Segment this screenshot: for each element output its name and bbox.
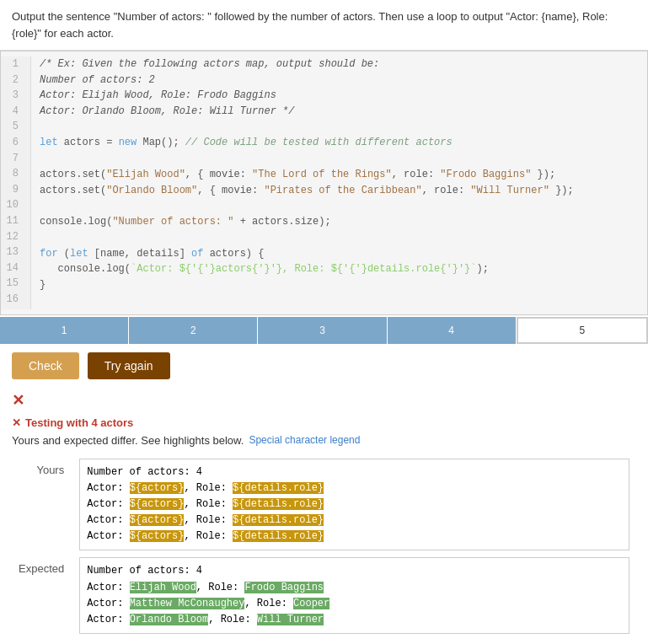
test-result: ✕ Testing with 4 actors Yours and expect… bbox=[0, 413, 648, 644]
code-line-9: actors.set("Orlando Bloom", { movie: "Pi… bbox=[40, 183, 647, 199]
code-line-10 bbox=[40, 198, 647, 214]
expected-line-2: Actor: Matthew McConaughey, Role: Cooper bbox=[87, 596, 622, 612]
code-line-12 bbox=[40, 230, 647, 246]
code-content[interactable]: /* Ex: Given the following actors map, o… bbox=[31, 56, 647, 309]
yours-line-1: Actor: ${actors}, Role: ${details.role} bbox=[87, 480, 622, 496]
instructions: Output the sentence "Number of actors: "… bbox=[0, 0, 648, 51]
expected-code-box: Number of actors: 4 Actor: Elijah Wood, … bbox=[79, 557, 629, 634]
yours-line-2: Actor: ${actors}, Role: ${details.role} bbox=[87, 496, 622, 513]
progress-segment-1[interactable]: 1 bbox=[0, 317, 129, 344]
code-line-7 bbox=[40, 151, 647, 167]
code-line-15: } bbox=[40, 277, 647, 293]
expected-code-cell: Number of actors: 4 Actor: Elijah Wood, … bbox=[72, 554, 636, 637]
yours-label: Yours bbox=[12, 455, 72, 555]
code-line-13: for (let [name, details] of actors) { bbox=[40, 246, 647, 262]
code-line-3: Actor: Elijah Wood, Role: Frodo Baggins bbox=[40, 88, 647, 104]
code-line-14: console.log(`Actor: ${'{'}actors{'}'}, R… bbox=[40, 261, 647, 277]
code-line-2: Number of actors: 2 bbox=[40, 72, 647, 89]
yours-code-cell: Number of actors: 4 Actor: ${actors}, Ro… bbox=[72, 455, 636, 555]
code-line-8: actors.set("Elijah Wood", { movie: "The … bbox=[40, 167, 647, 183]
yours-line-4: Actor: ${actors}, Role: ${details.role} bbox=[87, 529, 622, 545]
code-line-16 bbox=[40, 293, 647, 309]
x-status-icon: ✕ bbox=[0, 388, 648, 413]
code-line-11: console.log("Number of actors: " + actor… bbox=[40, 214, 647, 230]
progress-segment-2[interactable]: 2 bbox=[129, 317, 258, 344]
progress-segment-3[interactable]: 3 bbox=[258, 317, 387, 344]
code-line-4: Actor: Orlando Bloom, Role: Will Turner … bbox=[40, 104, 647, 120]
check-button[interactable]: Check bbox=[12, 352, 79, 379]
yours-line-0: Number of actors: 4 bbox=[87, 464, 622, 480]
comparison-table: Yours Number of actors: 4 Actor: ${actor… bbox=[12, 455, 636, 638]
expected-row: Expected Number of actors: 4 Actor: Elij… bbox=[12, 554, 636, 637]
test-result-title: ✕ Testing with 4 actors bbox=[12, 416, 636, 429]
try-again-button[interactable]: Try again bbox=[88, 352, 170, 379]
instructions-text: Output the sentence "Number of actors: "… bbox=[12, 10, 608, 40]
line-numbers: 1 2 3 4 5 6 7 8 9 10 11 12 13 14 15 16 bbox=[1, 56, 31, 309]
expected-line-0: Number of actors: 4 bbox=[87, 563, 622, 579]
differ-label: Yours and expected differ. See highlight… bbox=[12, 434, 244, 447]
expected-label: Expected bbox=[12, 554, 72, 637]
button-row: Check Try again bbox=[0, 344, 648, 388]
progress-segment-4[interactable]: 4 bbox=[388, 317, 517, 344]
code-editor[interactable]: 1 2 3 4 5 6 7 8 9 10 11 12 13 14 15 16 /… bbox=[0, 51, 648, 315]
special-char-legend-link[interactable]: Special character legend bbox=[249, 434, 360, 446]
differ-text: Yours and expected differ. See highlight… bbox=[12, 434, 636, 447]
progress-bar: 1 2 3 4 5 bbox=[0, 317, 648, 344]
yours-line-3: Actor: ${actors}, Role: ${details.role} bbox=[87, 513, 622, 529]
expected-line-1: Actor: Elijah Wood, Role: Frodo Baggins bbox=[87, 580, 622, 596]
code-line-1: /* Ex: Given the following actors map, o… bbox=[40, 56, 647, 72]
code-line-6: let actors = new Map(); // Code will be … bbox=[40, 135, 647, 151]
yours-code-box: Number of actors: 4 Actor: ${actors}, Ro… bbox=[79, 459, 629, 551]
code-line-5 bbox=[40, 119, 647, 135]
progress-segment-5[interactable]: 5 bbox=[517, 317, 648, 344]
test-result-label: Testing with 4 actors bbox=[25, 416, 133, 429]
test-x-icon: ✕ bbox=[12, 416, 21, 429]
expected-line-3: Actor: Orlando Bloom, Role: Will Turner bbox=[87, 612, 622, 628]
yours-row: Yours Number of actors: 4 Actor: ${actor… bbox=[12, 455, 636, 555]
